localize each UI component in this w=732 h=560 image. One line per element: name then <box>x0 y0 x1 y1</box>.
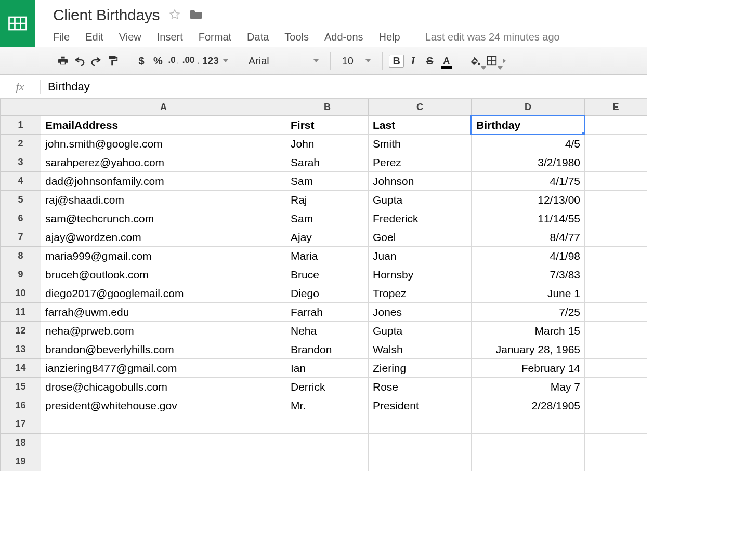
cell[interactable] <box>585 359 647 378</box>
cell[interactable]: Goel <box>369 228 472 247</box>
row-head[interactable]: 18 <box>1 434 41 452</box>
star-icon[interactable] <box>169 9 180 22</box>
cell[interactable]: Johnson <box>369 172 472 191</box>
cell[interactable] <box>286 415 369 434</box>
cell[interactable] <box>585 452 647 471</box>
cell[interactable]: sarahperez@yahoo.com <box>41 153 286 172</box>
print-icon[interactable] <box>55 53 71 69</box>
cell[interactable]: President <box>369 396 472 415</box>
italic-button[interactable]: I <box>406 53 421 69</box>
cell[interactable]: Ziering <box>369 359 472 378</box>
menu-insert[interactable]: Insert <box>157 31 183 43</box>
cell[interactable]: Maria <box>286 247 369 265</box>
cell[interactable] <box>585 247 647 265</box>
cell[interactable]: president@whitehouse.gov <box>41 396 286 415</box>
cell[interactable] <box>369 415 472 434</box>
cell[interactable] <box>585 265 647 284</box>
header-cell[interactable]: First <box>286 116 369 135</box>
select-all-corner[interactable] <box>1 99 41 116</box>
cell[interactable]: March 15 <box>472 322 585 340</box>
menu-view[interactable]: View <box>119 31 141 43</box>
cell[interactable] <box>472 452 585 471</box>
percent-icon[interactable]: % <box>150 53 166 69</box>
cell[interactable]: Ajay <box>286 228 369 247</box>
cell[interactable] <box>369 452 472 471</box>
menu-addons[interactable]: Add-ons <box>324 31 363 43</box>
cell[interactable] <box>585 284 647 303</box>
bold-button[interactable]: B <box>389 53 404 69</box>
folder-icon[interactable] <box>190 9 202 21</box>
header-cell[interactable]: EmailAddress <box>41 116 286 135</box>
cell[interactable]: June 1 <box>472 284 585 303</box>
cell[interactable]: bruceh@outlook.com <box>41 265 286 284</box>
font-size-select[interactable]: 10 <box>337 51 376 70</box>
paint-format-icon[interactable] <box>105 53 121 69</box>
cell[interactable]: 8/4/77 <box>472 228 585 247</box>
cell[interactable] <box>585 228 647 247</box>
last-edit[interactable]: Last edit was 24 minutes ago <box>425 31 560 43</box>
cell[interactable]: Derrick <box>286 378 369 396</box>
cell[interactable]: Walsh <box>369 340 472 359</box>
cell[interactable]: Raj <box>286 191 369 209</box>
cell[interactable]: Gupta <box>369 191 472 209</box>
col-head-e[interactable]: E <box>585 99 647 116</box>
cell[interactable]: Gupta <box>369 322 472 340</box>
row-head[interactable]: 6 <box>1 209 41 228</box>
cell[interactable]: ianziering8477@gmail.com <box>41 359 286 378</box>
row-head[interactable]: 11 <box>1 303 41 322</box>
cell[interactable] <box>41 434 286 452</box>
menu-edit[interactable]: Edit <box>85 31 103 43</box>
cell[interactable]: Hornsby <box>369 265 472 284</box>
cell[interactable]: 7/3/83 <box>472 265 585 284</box>
cell[interactable]: 12/13/00 <box>472 191 585 209</box>
cell[interactable] <box>585 378 647 396</box>
cell[interactable]: Juan <box>369 247 472 265</box>
cell[interactable] <box>585 209 647 228</box>
row-head[interactable]: 12 <box>1 322 41 340</box>
col-head-d[interactable]: D <box>472 99 585 116</box>
col-head-c[interactable]: C <box>369 99 472 116</box>
row-head[interactable]: 17 <box>1 415 41 434</box>
row-head[interactable]: 19 <box>1 452 41 471</box>
row-head[interactable]: 10 <box>1 284 41 303</box>
row-head[interactable]: 8 <box>1 247 41 265</box>
spreadsheet[interactable]: A B C D E 1EmailAddressFirstLastBirthday… <box>0 99 647 471</box>
header-cell[interactable]: Birthday <box>472 116 585 135</box>
cell[interactable]: Jones <box>369 303 472 322</box>
row-head[interactable]: 4 <box>1 172 41 191</box>
header-cell[interactable]: Last <box>369 116 472 135</box>
cell[interactable]: 2/28/1905 <box>472 396 585 415</box>
cell[interactable] <box>585 434 647 452</box>
text-color-button[interactable]: A <box>439 53 454 69</box>
cell[interactable] <box>585 396 647 415</box>
cell[interactable]: Mr. <box>286 396 369 415</box>
cell[interactable] <box>585 322 647 340</box>
col-head-a[interactable]: A <box>41 99 286 116</box>
cell[interactable]: 4/5 <box>472 135 585 153</box>
cell[interactable]: Sam <box>286 209 369 228</box>
cell[interactable]: ajay@wordzen.com <box>41 228 286 247</box>
row-head[interactable]: 13 <box>1 340 41 359</box>
col-head-b[interactable]: B <box>286 99 369 116</box>
menu-tools[interactable]: Tools <box>284 31 309 43</box>
row-head[interactable]: 3 <box>1 153 41 172</box>
cell[interactable]: John <box>286 135 369 153</box>
more-toolbar-icon[interactable] <box>503 58 506 63</box>
header-cell[interactable] <box>585 116 647 135</box>
cell[interactable] <box>585 172 647 191</box>
row-head[interactable]: 2 <box>1 135 41 153</box>
cell[interactable]: May 7 <box>472 378 585 396</box>
fill-color-button[interactable] <box>467 53 483 69</box>
cell[interactable]: maria999@gmail.com <box>41 247 286 265</box>
menu-file[interactable]: File <box>53 31 70 43</box>
row-head[interactable]: 16 <box>1 396 41 415</box>
cell[interactable]: Perez <box>369 153 472 172</box>
cell[interactable] <box>472 434 585 452</box>
cell[interactable]: 4/1/75 <box>472 172 585 191</box>
cell[interactable] <box>585 153 647 172</box>
menu-help[interactable]: Help <box>379 31 400 43</box>
borders-button[interactable] <box>484 53 500 69</box>
cell[interactable]: 11/14/55 <box>472 209 585 228</box>
increase-decimal-icon[interactable]: .00→ <box>184 53 199 69</box>
redo-icon[interactable] <box>88 53 104 69</box>
